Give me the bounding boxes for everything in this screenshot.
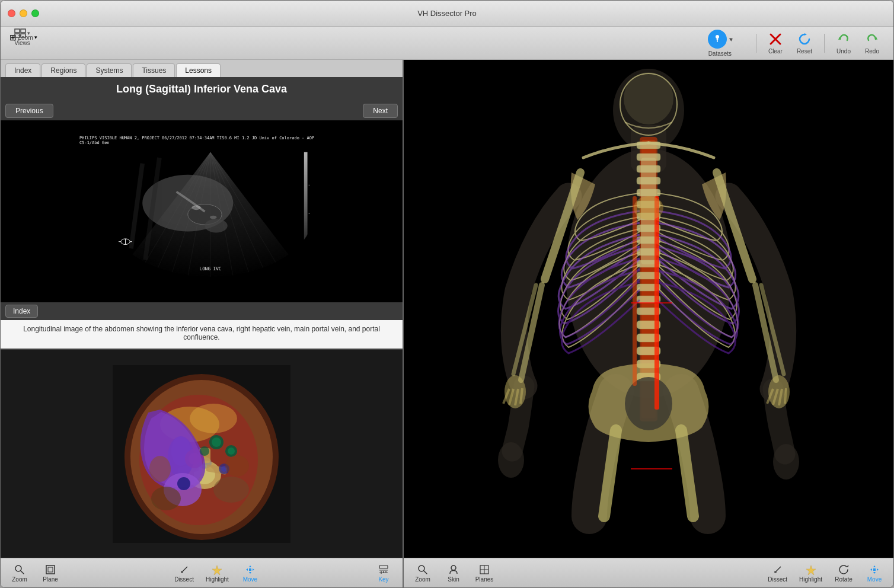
app-window: VH Dissector Pro ⊞ Zoom ▾ ▾ <box>0 0 894 588</box>
svg-point-30 <box>210 215 216 219</box>
svg-rect-86 <box>381 571 382 574</box>
reset-icon <box>797 32 812 46</box>
svg-marker-157 <box>877 568 879 571</box>
prev-next-row: Previous Next <box>1 101 403 120</box>
key-icon <box>378 564 389 575</box>
main-content: Index Regions Systems Tissues Lessons Lo… <box>1 60 893 588</box>
svg-marker-80 <box>246 568 248 571</box>
skin-icon <box>448 564 459 575</box>
redo-button[interactable]: Redo <box>860 30 884 57</box>
right-bottom-toolbar: Zoom Skin Planes <box>404 558 893 588</box>
datasets-button[interactable]: ▾ Datasets <box>703 27 737 59</box>
right-dissect-button[interactable]: Dissect <box>763 562 792 585</box>
right-move-icon <box>869 564 880 575</box>
rotate-icon <box>838 564 849 575</box>
title-bar: VH Dissector Pro <box>1 1 893 27</box>
rotate-button[interactable]: Rotate <box>829 562 858 585</box>
svg-rect-87 <box>383 571 384 573</box>
undo-icon <box>836 32 851 46</box>
left-zoom-button[interactable]: Zoom <box>5 562 34 585</box>
lesson-description: Longitudinal image of the abdomen showin… <box>1 320 403 349</box>
svg-rect-14 <box>15 34 20 37</box>
svg-text:12-: 12- <box>306 256 313 261</box>
right-move-button[interactable]: Move <box>860 562 889 585</box>
svg-marker-9 <box>804 33 807 36</box>
left-highlight-button[interactable]: Highlight <box>201 562 234 585</box>
tab-regions[interactable]: Regions <box>41 63 85 77</box>
svg-point-70 <box>225 455 249 477</box>
svg-point-135 <box>634 196 663 220</box>
svg-rect-83 <box>379 565 388 568</box>
tab-tissues[interactable]: Tissues <box>133 63 175 77</box>
svg-marker-81 <box>253 568 254 571</box>
svg-text:-: - <box>308 182 311 187</box>
svg-line-145 <box>424 571 427 574</box>
svg-marker-154 <box>873 565 876 567</box>
svg-rect-132 <box>633 196 637 386</box>
toolbar-separator-1 <box>756 34 756 53</box>
app-title: VH Dissector Pro <box>417 9 477 18</box>
views-button[interactable]: ▾ Views <box>9 26 35 49</box>
right-zoom-button[interactable]: Zoom <box>408 562 437 585</box>
right-dissect-icon <box>772 564 783 575</box>
highlight-icon <box>212 564 222 575</box>
left-move-button[interactable]: Move <box>236 562 264 585</box>
index-btn-row: Index <box>1 302 403 320</box>
svg-point-47 <box>190 404 237 433</box>
svg-point-152 <box>774 571 777 573</box>
right-highlight-icon <box>806 564 816 575</box>
svg-point-63 <box>200 446 209 456</box>
svg-line-72 <box>21 571 24 574</box>
svg-point-64 <box>151 487 181 510</box>
clear-button[interactable]: Clear <box>764 30 787 57</box>
svg-point-29 <box>191 205 200 210</box>
plane-icon <box>45 564 56 575</box>
tab-index[interactable]: Index <box>5 63 40 77</box>
move-icon <box>245 564 256 575</box>
tab-systems[interactable]: Systems <box>87 63 132 77</box>
svg-marker-78 <box>249 565 251 567</box>
ultrasound-svg: LONG IVC - - 12- <box>107 146 314 277</box>
svg-point-62 <box>228 448 235 455</box>
cross-section-svg <box>113 365 290 543</box>
maximize-button[interactable] <box>31 9 39 17</box>
previous-button[interactable]: Previous <box>5 104 53 118</box>
us-scan-area: LONG IVC - - 12- <box>107 146 314 277</box>
minimize-button[interactable] <box>20 9 27 17</box>
svg-point-68 <box>177 477 190 490</box>
right-zoom-icon <box>417 564 428 575</box>
plane-button[interactable]: Plane <box>36 562 65 585</box>
body-3d-svg <box>465 66 832 552</box>
tab-lessons[interactable]: Lessons <box>176 63 221 77</box>
anatomy-cross-section <box>1 350 403 558</box>
svg-rect-13 <box>21 29 25 33</box>
svg-marker-153 <box>847 565 849 567</box>
us-canvas: PHILIPS VISIBLE HUMAN 2, PROJECT 06/27/2… <box>77 135 326 289</box>
dissect-icon <box>179 564 190 575</box>
svg-point-5 <box>716 38 718 40</box>
redo-icon <box>865 32 879 46</box>
svg-rect-158 <box>873 568 876 571</box>
lesson-panel: Long (Sagittal) Inferior Vena Cava Previ… <box>1 77 403 350</box>
svg-rect-33 <box>304 152 308 265</box>
svg-marker-155 <box>873 572 876 574</box>
undo-button[interactable]: Undo <box>832 30 855 57</box>
right-panel: Zoom Skin Planes <box>404 60 893 588</box>
left-dissect-button[interactable]: Dissect <box>170 562 199 585</box>
svg-point-128 <box>625 377 672 430</box>
clear-icon <box>768 32 783 46</box>
lesson-title: Long (Sagittal) Inferior Vena Cava <box>1 77 403 101</box>
body-3d-view <box>404 60 893 558</box>
next-button[interactable]: Next <box>363 104 398 118</box>
planes-button[interactable]: Planes <box>470 562 499 585</box>
tabs: Index Regions Systems Tissues Lessons <box>1 60 403 77</box>
right-highlight-button[interactable]: Highlight <box>794 562 827 585</box>
key-button[interactable]: Key <box>369 562 398 585</box>
svg-rect-15 <box>21 34 25 37</box>
reset-button[interactable]: Reset <box>792 30 817 57</box>
zoom-icon <box>14 564 25 575</box>
index-button[interactable]: Index <box>5 305 38 318</box>
svg-point-96 <box>624 72 673 124</box>
close-button[interactable] <box>8 9 15 17</box>
skin-button[interactable]: Skin <box>439 562 468 585</box>
